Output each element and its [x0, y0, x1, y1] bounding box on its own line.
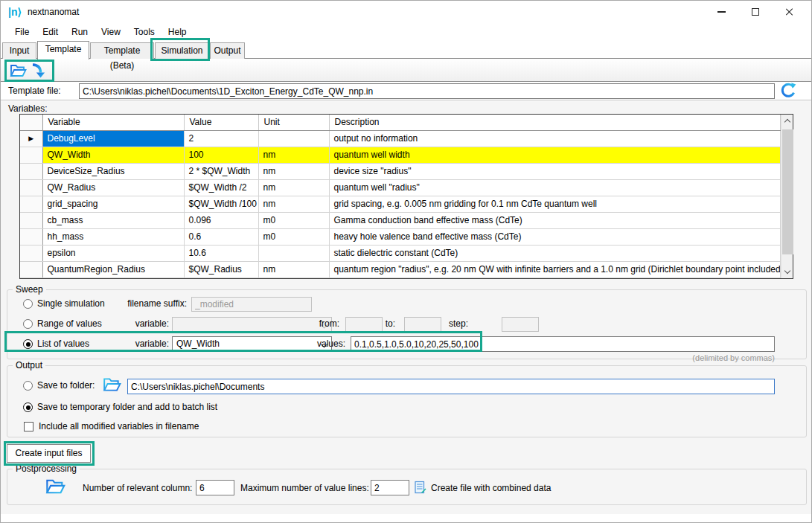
row-header[interactable]	[20, 261, 42, 277]
value-cell[interactable]: 10.6	[184, 245, 258, 261]
row-header[interactable]	[20, 212, 42, 228]
value-cell[interactable]: 0.6	[184, 228, 258, 245]
save-to-folder-radio[interactable]	[23, 381, 33, 391]
menu-item-help[interactable]: Help	[162, 25, 194, 39]
create-combined-file-label: Create file with combined data	[431, 483, 551, 493]
variable-cell[interactable]: hh_mass	[42, 228, 184, 245]
create-input-files-button[interactable]: Create input files	[7, 444, 91, 463]
value-cell[interactable]: 100	[184, 147, 258, 163]
step-label: step:	[446, 318, 468, 329]
value-cell[interactable]: 2	[184, 130, 258, 147]
unit-cell[interactable]: nm	[258, 179, 329, 196]
menu-item-view[interactable]: View	[95, 25, 127, 39]
tab-template[interactable]: Template	[37, 41, 89, 60]
output-folder-input[interactable]	[127, 379, 775, 394]
variable-cell[interactable]: cb_mass	[42, 212, 184, 228]
browse-folder-button[interactable]	[103, 376, 121, 395]
description-cell[interactable]: grid spacing, e.g. 0.005 nm gridding for…	[329, 196, 780, 212]
menu-bar: FileEditRunViewToolsHelp	[1, 23, 811, 40]
include-modified-checkbox[interactable]	[24, 422, 33, 431]
variable-cell[interactable]: QW_Width	[42, 147, 184, 163]
unit-cell[interactable]: nm	[258, 163, 329, 179]
description-cell[interactable]: device size "radius"	[329, 163, 780, 179]
variable-cell[interactable]: grid_spacing	[42, 196, 184, 212]
row-header[interactable]	[20, 147, 42, 163]
unit-cell[interactable]: m0	[258, 228, 329, 245]
variable-cell[interactable]: QuantumRegion_Radius	[42, 261, 184, 277]
column-header-variable[interactable]: Variable	[42, 115, 184, 130]
description-cell[interactable]: quantum well width	[329, 147, 780, 163]
description-cell[interactable]: quantum well "radius"	[329, 179, 780, 196]
postprocessing-folder-button[interactable]	[45, 478, 65, 498]
maximize-button[interactable]	[738, 1, 773, 23]
column-header-description[interactable]: Description	[329, 115, 780, 130]
load-template-button[interactable]	[30, 62, 48, 79]
open-template-button[interactable]	[9, 62, 27, 79]
row-header[interactable]	[20, 196, 42, 212]
scrollbar-down-button[interactable]	[781, 266, 794, 278]
row-header[interactable]	[20, 245, 42, 261]
column-header-unit[interactable]: Unit	[258, 115, 329, 130]
close-icon	[785, 7, 794, 16]
from-input[interactable]	[345, 317, 383, 332]
close-button[interactable]	[773, 1, 807, 23]
value-cell[interactable]: $QW_Radius	[184, 261, 258, 277]
variable-cell[interactable]: QW_Radius	[42, 179, 184, 196]
unit-cell[interactable]: m0	[258, 212, 329, 228]
row-header[interactable]	[20, 179, 42, 196]
single-simulation-radio[interactable]	[23, 299, 33, 309]
create-combined-file-button[interactable]	[415, 481, 426, 496]
minimize-button[interactable]	[704, 1, 738, 23]
range-of-values-radio[interactable]	[23, 319, 33, 329]
description-cell[interactable]: static dielectric constant (CdTe)	[329, 245, 780, 261]
value-cell[interactable]: $QW_Width /100	[184, 196, 258, 212]
reload-template-button[interactable]	[780, 82, 798, 100]
list-of-values-radio[interactable]	[23, 339, 33, 349]
values-input[interactable]	[351, 336, 775, 352]
menu-item-file[interactable]: File	[8, 25, 36, 39]
range-variable-dropdown[interactable]	[172, 317, 332, 333]
row-header-column[interactable]	[20, 115, 42, 130]
table-scrollbar[interactable]	[781, 115, 793, 278]
range-of-values-label: Range of values	[37, 318, 102, 329]
menu-item-edit[interactable]: Edit	[36, 25, 65, 39]
unit-cell[interactable]: nm	[258, 196, 329, 212]
description-cell[interactable]: output no information	[329, 130, 780, 147]
value-lines-input[interactable]	[371, 480, 409, 495]
row-header[interactable]	[20, 163, 42, 179]
variable-cell[interactable]: DebugLevel	[42, 130, 184, 147]
table-header-row: VariableValueUnitDescription	[20, 115, 780, 130]
menu-item-run[interactable]: Run	[65, 25, 95, 39]
value-cell[interactable]: $QW_Width /2	[184, 179, 258, 196]
tab-template-beta[interactable]: Template (Beta)	[90, 42, 154, 59]
description-cell[interactable]: heavy hole valence band effective mass (…	[329, 228, 780, 245]
menu-item-tools[interactable]: Tools	[127, 25, 162, 39]
row-header[interactable]	[20, 228, 42, 245]
value-cell[interactable]: 0.096	[184, 212, 258, 228]
range-variable-label: variable:	[133, 318, 169, 329]
scrollbar-thumb[interactable]	[782, 129, 793, 254]
template-file-input[interactable]	[79, 83, 775, 99]
column-header-value[interactable]: Value	[184, 115, 258, 130]
unit-cell[interactable]: nm	[258, 261, 329, 277]
filename-suffix-input[interactable]	[191, 297, 312, 312]
output-group-label: Output	[13, 360, 45, 370]
value-cell[interactable]: 2 * $QW_Width	[184, 163, 258, 179]
unit-cell[interactable]	[258, 245, 329, 261]
save-to-temp-radio[interactable]	[23, 402, 33, 412]
tab-simulation[interactable]: Simulation	[155, 42, 209, 59]
variable-cell[interactable]: DeviceSize_Radius	[42, 163, 184, 179]
unit-cell[interactable]	[258, 130, 329, 147]
variable-cell[interactable]: epsilon	[42, 245, 184, 261]
description-cell[interactable]: quantum region "radius", e.g. 20 nm QW w…	[329, 261, 780, 277]
step-input[interactable]	[502, 317, 539, 332]
row-header[interactable]: ▶	[20, 130, 42, 147]
list-variable-dropdown[interactable]: QW_Width	[172, 336, 332, 352]
scrollbar-up-button[interactable]	[781, 115, 794, 127]
tab-input[interactable]: Input	[2, 42, 36, 59]
to-input[interactable]	[404, 317, 441, 332]
unit-cell[interactable]: nm	[258, 147, 329, 163]
tab-output[interactable]: Output	[210, 42, 245, 59]
relevant-column-input[interactable]	[196, 480, 234, 495]
description-cell[interactable]: Gamma conduction band effective mass (Cd…	[329, 212, 780, 228]
